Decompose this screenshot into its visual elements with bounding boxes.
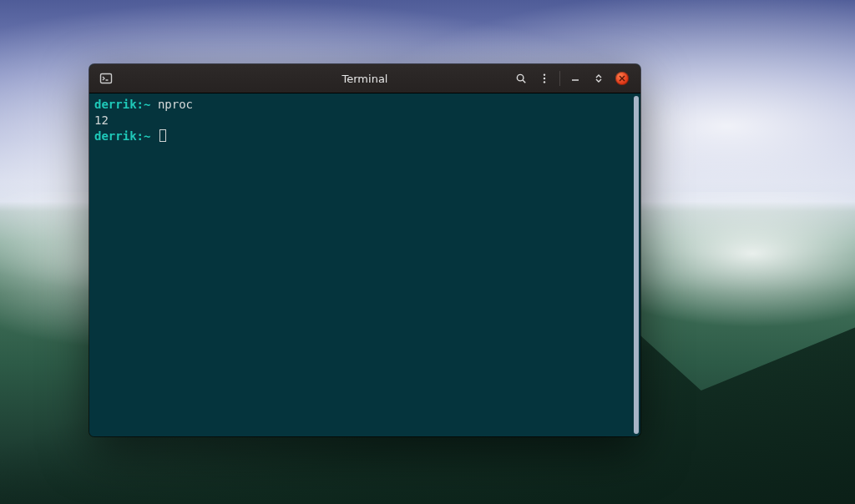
prompt-space xyxy=(150,98,157,111)
prompt-user: derrik xyxy=(94,129,137,143)
prompt-space xyxy=(150,129,157,143)
terminal-line-cmd: derrik:~ nproc xyxy=(94,97,635,113)
titlebar-controls xyxy=(509,64,640,93)
prompt-user: derrik xyxy=(94,98,137,111)
cursor xyxy=(159,129,166,142)
command-text: nproc xyxy=(158,98,193,111)
menu-icon xyxy=(539,73,550,84)
maximize-button[interactable] xyxy=(587,64,610,93)
search-icon xyxy=(515,73,527,84)
titlebar[interactable]: Terminal xyxy=(89,64,640,93)
close-icon xyxy=(615,72,629,85)
terminal-line-prompt: derrik:~ xyxy=(94,129,635,144)
titlebar-separator xyxy=(559,71,560,86)
svg-point-2 xyxy=(544,73,545,75)
search-button[interactable] xyxy=(509,64,533,93)
maximize-icon xyxy=(594,73,604,83)
minimize-icon xyxy=(570,73,580,83)
minimize-button[interactable] xyxy=(564,64,587,93)
svg-point-1 xyxy=(517,74,524,81)
terminal-line-output: 12 xyxy=(94,113,635,129)
close-button[interactable] xyxy=(610,64,634,93)
prompt-sep: : xyxy=(137,129,144,143)
terminal-app-icon xyxy=(98,70,114,87)
prompt-sep: : xyxy=(137,98,144,111)
svg-point-4 xyxy=(544,81,545,83)
terminal-body[interactable]: derrik:~ nproc 12 derrik:~ xyxy=(89,93,640,436)
scrollbar[interactable] xyxy=(634,96,639,434)
menu-button[interactable] xyxy=(533,64,556,93)
terminal-window: Terminal xyxy=(89,64,640,436)
svg-point-3 xyxy=(544,78,545,79)
svg-rect-0 xyxy=(101,74,112,83)
